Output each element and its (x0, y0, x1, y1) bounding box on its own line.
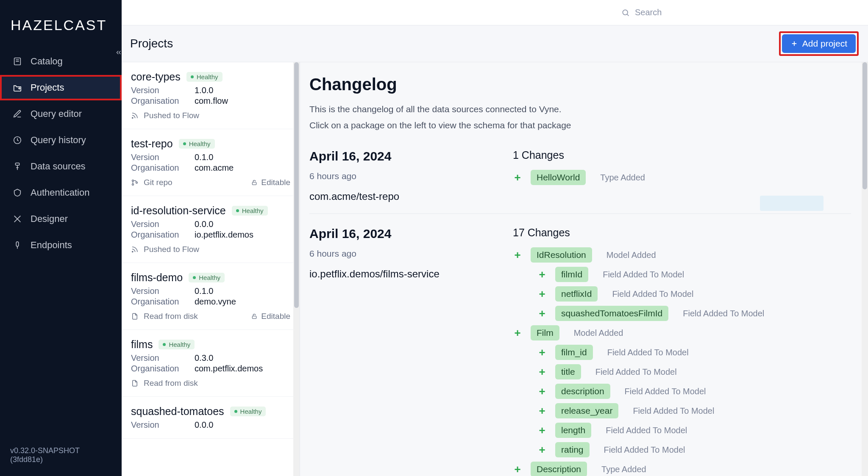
organisation-label: Organisation (131, 96, 195, 106)
change-badge[interactable]: IdResolution (531, 247, 592, 263)
search-input[interactable] (635, 8, 855, 17)
change-row: +HelloWorldType Added (513, 170, 851, 185)
authentication-icon (12, 188, 23, 197)
editable-indicator: Editable (251, 178, 290, 187)
changelog-desc-1: This is the changelog of all the data so… (309, 104, 851, 114)
change-kind: Field Added To Model (612, 289, 693, 299)
main-area: Projects Add project core-typesHealthyVe… (122, 0, 868, 476)
sidebar-item-label: Projects (31, 82, 64, 93)
search-box[interactable] (615, 4, 861, 21)
sidebar-item-label: Query editor (31, 108, 82, 119)
project-version: 1.0.0 (195, 86, 213, 95)
plus-icon: + (537, 385, 547, 398)
health-badge: Healthy (159, 340, 195, 349)
project-list-scrollbar[interactable] (293, 62, 300, 476)
project-organisation: io.petflix.demos (195, 230, 253, 240)
sidebar-item-projects[interactable]: Projects (0, 75, 122, 100)
change-badge[interactable]: film_id (555, 345, 593, 360)
changelog-scrollbar[interactable] (862, 62, 868, 476)
svg-point-17 (132, 117, 133, 118)
project-card[interactable]: test-repoHealthyVersion0.1.0Organisation… (122, 129, 300, 196)
change-row: +ratingField Added To Model (513, 442, 851, 457)
change-row: +film_idField Added To Model (513, 345, 851, 360)
change-row: +descriptionField Added To Model (513, 384, 851, 399)
changelog-desc-2: Click on a package on the left to view t… (309, 120, 851, 130)
version-label: Version (131, 86, 195, 95)
plus-icon: + (513, 249, 522, 262)
add-project-button[interactable]: Add project (782, 34, 856, 53)
sidebar-item-data-sources[interactable]: Data sources (0, 154, 122, 179)
sidebar-item-query-history[interactable]: Query history (0, 127, 122, 153)
project-card[interactable]: core-typesHealthyVersion1.0.0Organisatio… (122, 62, 300, 129)
project-source-label: Read from disk (144, 312, 198, 321)
change-badge[interactable]: release_year (555, 403, 618, 418)
rss-icon (131, 246, 139, 253)
project-list[interactable]: core-typesHealthyVersion1.0.0Organisatio… (122, 62, 300, 476)
change-kind: Field Added To Model (595, 367, 677, 377)
change-badge[interactable]: Film (531, 325, 559, 340)
query-editor-icon (12, 109, 23, 119)
change-row: +netflixIdField Added To Model (513, 286, 851, 302)
version-label: Version (131, 286, 195, 296)
plus-icon: + (513, 463, 522, 476)
change-badge[interactable]: squashedTomatoesFilmId (555, 306, 668, 321)
organisation-label: Organisation (131, 230, 195, 240)
change-badge[interactable]: title (555, 364, 581, 379)
change-badge[interactable]: netflixId (555, 286, 598, 302)
change-row: +DescriptionType Added (513, 462, 851, 476)
changelog-package[interactable]: com.acme/test-repo (309, 191, 487, 202)
query-history-icon (12, 136, 23, 145)
sidebar-item-query-editor[interactable]: Query editor (0, 101, 122, 127)
sidebar-item-label: Endpoints (31, 240, 72, 251)
logo-wrap: HAZELCAST (0, 0, 122, 45)
project-version: 0.0.0 (195, 219, 213, 229)
project-card[interactable]: id-resolution-serviceHealthyVersion0.0.0… (122, 196, 300, 263)
change-badge[interactable]: filmId (555, 267, 588, 282)
change-badge[interactable]: Description (531, 462, 587, 476)
git-icon (131, 179, 139, 186)
project-organisation: com.petflix.demos (195, 364, 263, 374)
plus-icon: + (537, 288, 547, 301)
plus-icon: + (537, 346, 547, 359)
health-label: Healthy (169, 341, 190, 348)
change-badge[interactable]: length (555, 423, 591, 438)
change-kind: Model Added (574, 328, 623, 338)
svg-point-18 (132, 180, 134, 182)
lock-open-icon (251, 313, 258, 320)
plus-icon: + (537, 443, 547, 457)
health-badge: Healthy (186, 72, 223, 82)
health-label: Healthy (189, 140, 211, 147)
svg-point-22 (132, 251, 133, 252)
project-card[interactable]: squashed-tomatoesHealthyVersion0.0.0 (122, 397, 300, 439)
search-icon (621, 8, 630, 17)
collapse-sidebar-icon[interactable] (115, 49, 122, 56)
change-kind: Field Added To Model (633, 406, 714, 416)
svg-rect-11 (16, 242, 19, 246)
change-row: +squashedTomatoesFilmIdField Added To Mo… (513, 306, 851, 321)
change-kind: Model Added (606, 250, 656, 260)
project-version: 0.1.0 (195, 152, 213, 162)
sidebar-item-endpoints[interactable]: Endpoints (0, 232, 122, 258)
change-badge[interactable]: description (555, 384, 610, 399)
change-badge[interactable]: HelloWorld (531, 170, 586, 185)
health-label: Healthy (199, 274, 220, 281)
sidebar-item-designer[interactable]: Designer (0, 206, 122, 232)
change-kind: Type Added (600, 173, 645, 183)
project-card[interactable]: filmsHealthyVersion0.3.0Organisationcom.… (122, 330, 300, 397)
designer-icon (12, 214, 23, 224)
project-card[interactable]: films-demoHealthyVersion0.1.0Organisatio… (122, 263, 300, 330)
changelog-package[interactable]: io.petflix.demos/films-service (309, 268, 487, 280)
change-badge[interactable]: rating (555, 442, 590, 457)
sidebar-item-authentication[interactable]: Authentication (0, 180, 122, 205)
sidebar-item-label: Authentication (31, 187, 89, 198)
sidebar-item-label: Catalog (31, 56, 63, 67)
changelog-ago: 6 hours ago (309, 171, 487, 181)
changelog-entry: April 16, 20246 hours agoio.petflix.demo… (309, 214, 851, 476)
project-list-column: core-typesHealthyVersion1.0.0Organisatio… (122, 62, 300, 476)
change-kind: Field Added To Model (607, 348, 689, 357)
plus-icon: + (513, 171, 522, 184)
sidebar-item-catalog[interactable]: Catalog (0, 49, 122, 74)
project-source: Read from disk (131, 379, 198, 388)
project-version: 0.3.0 (195, 353, 213, 363)
project-source-label: Git repo (144, 178, 172, 187)
